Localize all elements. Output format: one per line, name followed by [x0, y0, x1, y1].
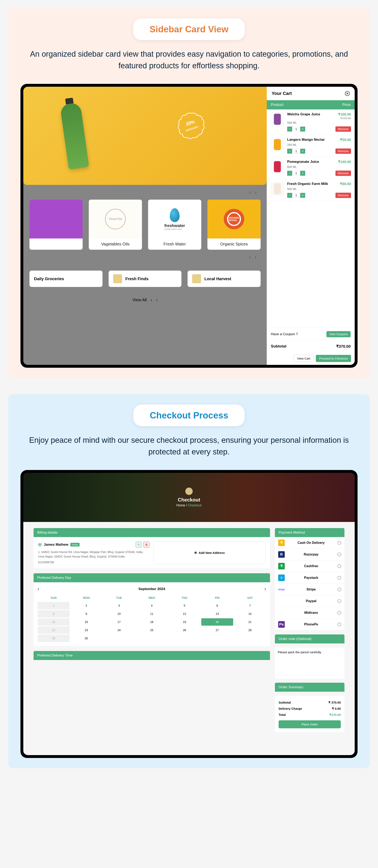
remove-button[interactable]: Remove: [336, 193, 351, 198]
cal-day[interactable]: 21: [234, 618, 266, 626]
cal-day[interactable]: 14: [234, 610, 266, 617]
cal-day[interactable]: 26: [168, 626, 200, 634]
address-card[interactable]: James Mathew Home ✎ 🗑 1, GMDC Guest Hous…: [38, 541, 150, 564]
cal-day[interactable]: 27: [201, 626, 233, 634]
payment-method[interactable]: P Paypal: [275, 595, 344, 607]
brand-card[interactable]: ORGANICSPICESOrganic Spices: [208, 199, 260, 250]
cal-day[interactable]: 23: [70, 626, 102, 634]
mini-icon: [192, 274, 201, 283]
qty-plus-button[interactable]: +: [300, 171, 305, 176]
radio-icon[interactable]: [338, 611, 341, 615]
add-new-address-button[interactable]: ⊕ Add New Address: [154, 541, 265, 564]
cal-day[interactable]: 12: [168, 610, 200, 617]
plus-icon: ⊕: [194, 551, 197, 555]
brand-image: freshwaterecology organic aqua: [148, 199, 201, 239]
cal-day[interactable]: 8: [38, 610, 69, 617]
crumb-home[interactable]: Home /: [176, 503, 188, 507]
edit-icon[interactable]: ✎: [136, 541, 142, 548]
qty-minus-button[interactable]: −: [287, 171, 292, 176]
cal-day[interactable]: 24: [103, 626, 135, 634]
cal-day[interactable]: 22: [38, 626, 69, 634]
view-coupons-button[interactable]: View Coupons: [326, 331, 351, 337]
total-value: ₹370.00: [329, 713, 341, 717]
cal-day[interactable]: 2: [70, 602, 102, 609]
payment-method[interactable]: ₹ Cashfree: [275, 560, 344, 572]
radio-icon[interactable]: [338, 599, 341, 603]
qty-plus-button[interactable]: +: [300, 127, 305, 131]
qty-input[interactable]: [292, 127, 300, 131]
cal-prev-button[interactable]: ‹: [38, 586, 39, 592]
prev-icon[interactable]: ‹: [249, 189, 251, 195]
cal-day[interactable]: 28: [234, 626, 266, 634]
radio-icon[interactable]: [338, 564, 341, 568]
qty-plus-button[interactable]: +: [300, 193, 305, 198]
cal-day[interactable]: 6: [201, 602, 233, 609]
cal-next-button[interactable]: ›: [264, 586, 266, 592]
prev-icon[interactable]: ‹: [249, 254, 251, 260]
proceed-checkout-button[interactable]: Proceed to Checkout: [316, 355, 351, 362]
close-icon[interactable]: ✕: [345, 91, 350, 96]
mini-card[interactable]: Daily Groceries: [29, 271, 102, 287]
radio-icon[interactable]: [338, 576, 341, 580]
cart-items: Welchs Grape Juice ₹100.00 ₹120.00 500 M…: [267, 110, 355, 328]
place-order-button[interactable]: Place Order: [279, 720, 341, 728]
brand-card[interactable]: freshwaterecology organic aquaFresh Wate…: [148, 199, 201, 250]
remove-button[interactable]: Remove: [336, 126, 351, 132]
brand-card[interactable]: [29, 199, 83, 250]
mini-card[interactable]: Fresh Finds: [108, 271, 182, 287]
cal-day[interactable]: 30: [70, 634, 102, 642]
next-icon[interactable]: ›: [255, 254, 256, 260]
cal-day[interactable]: 11: [136, 610, 168, 617]
qty-plus-button[interactable]: +: [300, 149, 305, 154]
payment-method[interactable]: ● Midtrans: [275, 607, 344, 619]
radio-icon[interactable]: [338, 541, 341, 545]
qty-minus-button[interactable]: −: [287, 193, 292, 198]
next-icon[interactable]: ›: [156, 298, 158, 302]
view-all-row: View All ‹ ›: [23, 293, 267, 307]
payment-method[interactable]: ≡ Paystack: [275, 572, 344, 584]
cal-day[interactable]: 10: [103, 610, 135, 617]
cal-day[interactable]: 25: [136, 626, 168, 634]
payment-method[interactable]: Pe PhonePe: [275, 619, 344, 630]
cal-day[interactable]: 17: [103, 618, 135, 626]
radio-icon[interactable]: [338, 553, 341, 556]
cal-day[interactable]: 7: [234, 602, 266, 609]
brand-card[interactable]: Virtual OilsVagetables Oils: [89, 199, 142, 250]
cal-day[interactable]: 20: [201, 618, 233, 626]
mini-card[interactable]: Local Harvest: [188, 271, 260, 287]
view-all-link[interactable]: View All: [132, 298, 147, 302]
payment-method[interactable]: ₹ Cash On Delivery: [275, 537, 344, 549]
view-cart-button[interactable]: View Cart: [293, 355, 314, 362]
qty-minus-button[interactable]: −: [287, 149, 292, 154]
remove-button[interactable]: Remove: [336, 170, 351, 176]
radio-selected-icon[interactable]: [38, 543, 42, 547]
radio-icon[interactable]: [338, 588, 341, 591]
cal-day[interactable]: 9: [70, 610, 102, 617]
prev-icon[interactable]: ‹: [151, 298, 152, 302]
cal-day[interactable]: 15: [38, 618, 69, 626]
delete-icon[interactable]: 🗑: [144, 541, 150, 548]
cal-day[interactable]: 1: [38, 602, 69, 609]
cal-day[interactable]: 13: [201, 610, 233, 617]
qty-minus-button[interactable]: −: [287, 127, 292, 131]
cal-day[interactable]: 3: [103, 602, 135, 609]
cal-day[interactable]: 4: [136, 602, 168, 609]
payment-method[interactable]: stripe Stripe: [275, 584, 344, 595]
cal-day[interactable]: 29: [38, 634, 69, 642]
cal-day[interactable]: 5: [168, 602, 200, 609]
cart-item-name: Fresh Organic Farm Milk: [287, 182, 328, 186]
remove-button[interactable]: Remove: [336, 149, 351, 154]
order-note-input[interactable]: [278, 650, 342, 675]
next-icon[interactable]: ›: [255, 189, 256, 195]
cart-item-size: 500 ML: [287, 187, 351, 191]
cal-day[interactable]: 19: [168, 618, 200, 626]
payment-method[interactable]: R Razorpay: [275, 549, 344, 560]
screenshot-2: Checkout Home / Checkout Billing details…: [23, 473, 355, 755]
payment-label: Paypal: [288, 599, 335, 603]
cal-day[interactable]: 18: [136, 618, 168, 626]
radio-icon[interactable]: [338, 623, 341, 626]
qty-input[interactable]: [292, 193, 300, 198]
qty-input[interactable]: [292, 171, 300, 176]
qty-input[interactable]: [292, 149, 300, 154]
cal-day[interactable]: 16: [70, 618, 102, 626]
